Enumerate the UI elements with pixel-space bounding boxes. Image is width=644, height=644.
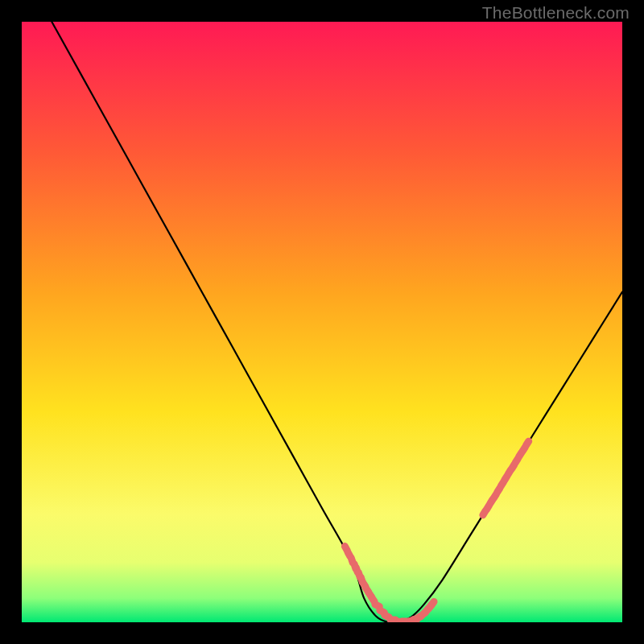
gradient-background (22, 22, 622, 622)
watermark-text: TheBottleneck.com (482, 3, 630, 23)
chart-frame: TheBottleneck.com (0, 0, 644, 644)
plot-area (22, 22, 622, 622)
chart-svg (22, 22, 622, 622)
